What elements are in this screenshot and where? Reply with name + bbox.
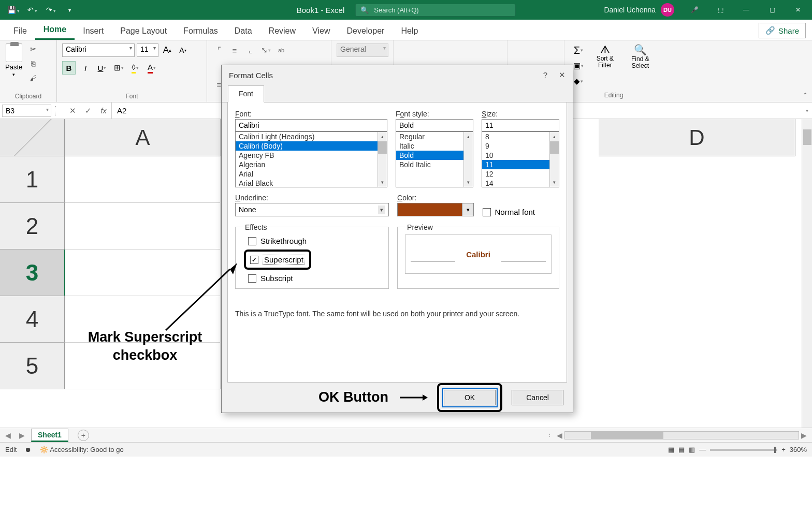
superscript-checkbox[interactable]	[250, 256, 258, 264]
clear-button[interactable]: ◆	[572, 75, 585, 88]
tab-page-layout[interactable]: Page Layout	[112, 22, 175, 40]
style-listbox[interactable]: Regular Italic Bold Bold Italic ▴▾	[396, 131, 473, 187]
align-top-icon[interactable]: ⌜	[212, 43, 226, 57]
column-header-d[interactable]: D	[599, 119, 795, 156]
bold-button[interactable]: B	[62, 61, 76, 75]
insert-function-icon[interactable]: fx	[96, 107, 111, 115]
select-all-corner[interactable]	[0, 119, 65, 156]
number-format-dropdown[interactable]: General	[337, 43, 388, 57]
tab-developer[interactable]: Developer	[338, 22, 393, 40]
tab-formulas[interactable]: Formulas	[175, 22, 226, 40]
font-name-dropdown[interactable]: Calibri	[62, 43, 135, 57]
increase-font-icon[interactable]: A▴	[161, 43, 174, 57]
cancel-formula-icon[interactable]: ✕	[65, 106, 80, 115]
list-item[interactable]: Arial	[236, 169, 387, 179]
listbox-scrollbar[interactable]: ▴▾	[463, 132, 473, 187]
zoom-level[interactable]: 360%	[790, 446, 807, 453]
search-input[interactable]: 🔍 Search (Alt+Q)	[355, 4, 515, 17]
format-painter-icon[interactable]: 🖌	[27, 72, 39, 84]
font-color-button[interactable]: A	[145, 61, 158, 75]
sheet-tab[interactable]: Sheet1	[31, 429, 68, 442]
dialog-titlebar[interactable]: Format Cells ? ✕	[222, 65, 573, 85]
normal-font-checkbox[interactable]	[483, 208, 491, 216]
align-middle-icon[interactable]: ≡	[228, 43, 241, 57]
color-dropdown[interactable]: ▾	[397, 203, 474, 216]
hscroll-left-icon[interactable]: ◀	[555, 431, 564, 439]
cell[interactable]	[65, 156, 221, 203]
copy-icon[interactable]: ⎘	[27, 58, 39, 69]
font-input[interactable]	[235, 119, 387, 131]
list-item[interactable]: Regular	[396, 132, 473, 141]
autosum-button[interactable]: Σ	[572, 43, 585, 57]
tab-help[interactable]: Help	[393, 22, 426, 40]
tab-home[interactable]: Home	[35, 21, 75, 40]
borders-button[interactable]: ⊞	[112, 61, 125, 75]
dialog-help-icon[interactable]: ?	[543, 70, 547, 80]
align-bottom-icon[interactable]: ⌞	[243, 43, 257, 57]
zoom-slider[interactable]	[710, 449, 777, 451]
paste-button[interactable]: Paste ▾	[5, 43, 22, 77]
list-item[interactable]: 8	[482, 132, 559, 141]
list-item[interactable]: Bold Italic	[396, 160, 473, 169]
sheet-nav-prev-icon[interactable]: ◀	[3, 431, 13, 439]
zoom-out-icon[interactable]: —	[699, 446, 706, 453]
dialog-tab-font[interactable]: Font	[228, 85, 264, 102]
listbox-scrollbar[interactable]: ▴▾	[549, 132, 559, 187]
find-select-button[interactable]: 🔍 Find & Select	[625, 43, 656, 69]
list-item[interactable]: Calibri Light (Headings)	[236, 132, 387, 141]
undo-icon[interactable]: ↶	[25, 3, 39, 17]
row-header-1[interactable]: 1	[0, 156, 65, 203]
row-header-2[interactable]: 2	[0, 203, 65, 250]
tab-file[interactable]: File	[5, 22, 35, 40]
collapse-ribbon-icon[interactable]: ⌃	[803, 92, 808, 99]
enter-formula-icon[interactable]: ✓	[80, 106, 96, 115]
cut-icon[interactable]: ✂	[27, 43, 39, 55]
user-name[interactable]: Daniel Uchenna	[604, 6, 656, 14]
list-item[interactable]: Italic	[396, 141, 473, 151]
cell[interactable]	[65, 203, 221, 250]
row-header-5[interactable]: 5	[0, 343, 65, 389]
style-input[interactable]	[396, 119, 473, 131]
hscroll-right-icon[interactable]: ▶	[799, 431, 809, 439]
view-pagebreak-icon[interactable]: ▥	[689, 446, 695, 453]
strikethrough-checkbox[interactable]	[248, 237, 256, 245]
orientation-icon[interactable]: ⤡	[259, 43, 272, 57]
fill-button[interactable]: ▣	[572, 59, 585, 72]
italic-button[interactable]: I	[79, 61, 92, 75]
list-item[interactable]: Calibri (Body)	[236, 141, 387, 151]
dialog-close-icon[interactable]: ✕	[559, 70, 566, 80]
tab-view[interactable]: View	[304, 22, 338, 40]
tab-insert[interactable]: Insert	[75, 22, 112, 40]
maximize-icon[interactable]: ▢	[760, 0, 784, 20]
cancel-button[interactable]: Cancel	[512, 390, 563, 405]
minimize-icon[interactable]: —	[734, 0, 758, 20]
size-listbox[interactable]: 8 9 10 11 12 14 ▴▾	[482, 131, 559, 187]
save-icon[interactable]: 💾	[6, 3, 21, 17]
zoom-in-icon[interactable]: +	[781, 446, 786, 453]
hscroll-handle[interactable]: ⋮	[545, 432, 555, 438]
view-normal-icon[interactable]: ▦	[668, 446, 674, 453]
list-item[interactable]: 14	[482, 179, 559, 187]
size-input[interactable]	[482, 119, 559, 131]
macro-record-icon[interactable]: ⏺	[25, 446, 32, 453]
subscript-checkbox[interactable]	[248, 274, 256, 283]
font-size-dropdown[interactable]: 11	[137, 43, 158, 57]
name-box[interactable]: B3	[2, 105, 51, 117]
avatar[interactable]: DU	[661, 3, 674, 17]
accessibility-status[interactable]: 🔆 Accessibility: Good to go	[40, 446, 123, 453]
list-item[interactable]: 10	[482, 151, 559, 160]
sheet-nav-next-icon[interactable]: ▶	[17, 431, 27, 439]
horizontal-scrollbar[interactable]	[564, 431, 799, 439]
list-item[interactable]: 12	[482, 169, 559, 179]
tab-review[interactable]: Review	[260, 22, 304, 40]
list-item[interactable]: 11	[482, 160, 559, 169]
font-listbox[interactable]: Calibri Light (Headings) Calibri (Body) …	[235, 131, 387, 187]
vertical-scrollbar[interactable]	[802, 119, 812, 428]
fill-color-button[interactable]: ◊	[128, 61, 142, 75]
wrap-text-icon[interactable]: ab	[274, 43, 288, 57]
expand-formula-icon[interactable]: ▾	[802, 108, 812, 113]
decrease-font-icon[interactable]: A▾	[176, 43, 190, 57]
redo-icon[interactable]: ↷	[44, 3, 58, 17]
close-icon[interactable]: ✕	[786, 0, 810, 20]
list-item[interactable]: Algerian	[236, 160, 387, 169]
